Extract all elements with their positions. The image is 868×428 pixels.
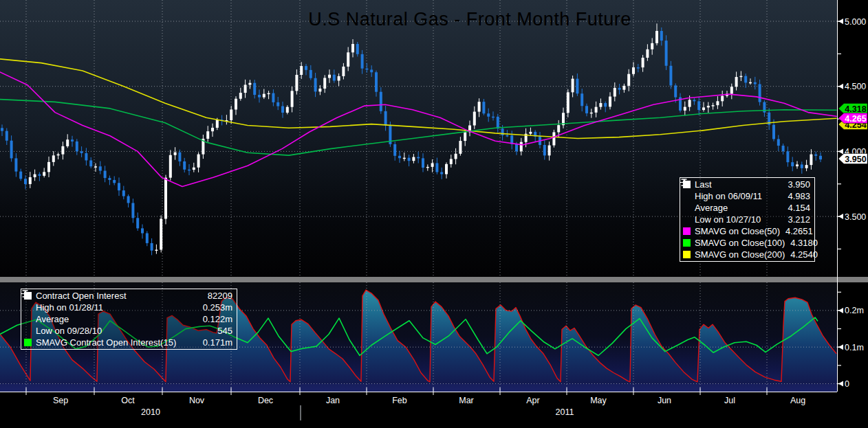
- svg-text:3.950: 3.950: [845, 155, 866, 164]
- legend-row: Contract Open Interest 82209: [24, 290, 232, 302]
- svg-text:Dec: Dec: [258, 396, 273, 405]
- legend-value: 0.171m: [197, 337, 232, 348]
- svg-text:Oct: Oct: [121, 396, 135, 405]
- swatch-icon: [683, 238, 692, 247]
- swatch-icon: [24, 338, 33, 347]
- svg-text:4.265: 4.265: [845, 114, 866, 124]
- avg-marker-icon: [683, 203, 692, 212]
- svg-text:4.500: 4.500: [845, 82, 866, 91]
- legend-value: 545: [212, 325, 232, 337]
- legend-row: High on 01/28/11 0.253m: [24, 302, 232, 313]
- svg-text:Mar: Mar: [459, 396, 474, 405]
- legend-value: 4.154: [782, 202, 810, 214]
- legend-label: Contract Open Interest: [36, 290, 127, 302]
- legend-value: 4.3180: [785, 237, 818, 249]
- price-legend-box[interactable]: Last 3.950 High on 06/09/11 4.983 Averag…: [680, 177, 815, 262]
- legend-value: 0.253m: [197, 302, 232, 313]
- legend-value: 4.2651: [780, 225, 813, 237]
- low-marker-icon: [24, 326, 33, 335]
- legend-row: Average 0.122m: [24, 313, 232, 325]
- svg-text:Nov: Nov: [189, 396, 205, 405]
- swatch-icon: [683, 250, 692, 259]
- legend-label: Average: [695, 202, 728, 214]
- terminal-chart-window: 5.0004.5004.0003.5000.2m0.1m04.2544.3184…: [0, 0, 868, 428]
- svg-text:Jan: Jan: [326, 396, 340, 405]
- svg-text:5.000: 5.000: [845, 17, 866, 27]
- legend-label: SMAVG on Close(50): [695, 225, 780, 237]
- legend-row: SMAVG on Close(200) 4.2540: [683, 249, 810, 260]
- svg-text:0.1m: 0.1m: [845, 343, 864, 352]
- svg-text:Jun: Jun: [658, 396, 671, 405]
- legend-label: SMAVG on Close(200): [695, 249, 785, 260]
- legend-label: Low on 10/27/10: [695, 214, 761, 225]
- legend-row: Low on 10/27/10 3.212: [683, 214, 810, 225]
- svg-text:4.318: 4.318: [845, 104, 866, 114]
- legend-label: Last: [695, 179, 712, 190]
- legend-row: SMAVG on Close(100) 4.3180: [683, 237, 810, 249]
- legend-label: SMAVG Contract Open Interest(15): [36, 337, 176, 348]
- legend-label: SMAVG on Close(100): [695, 237, 785, 249]
- page-title: U.S Natural Gas - Front Month Future: [308, 9, 631, 30]
- legend-label: Low on 09/28/10: [36, 325, 102, 337]
- legend-value: 3.212: [782, 214, 810, 225]
- svg-text:Sep: Sep: [53, 396, 68, 405]
- svg-text:May: May: [590, 396, 607, 405]
- legend-value: 0.122m: [197, 313, 232, 325]
- legend-label: Average: [36, 313, 69, 325]
- legend-label: High on 06/09/11: [695, 190, 762, 202]
- high-marker-icon: [24, 303, 33, 312]
- svg-text:Aug: Aug: [790, 396, 805, 405]
- open-interest-legend-box[interactable]: Contract Open Interest 82209 High on 01/…: [21, 289, 237, 350]
- legend-label: High on 01/28/11: [36, 302, 103, 313]
- legend-row: SMAVG on Close(50) 4.2651: [683, 225, 810, 237]
- legend-value: 3.950: [782, 179, 810, 190]
- legend-row: Average 4.154: [683, 202, 810, 214]
- svg-text:Jul: Jul: [724, 396, 735, 405]
- svg-text:3.500: 3.500: [845, 212, 866, 222]
- svg-text:Feb: Feb: [392, 396, 407, 405]
- legend-value: 82209: [202, 290, 232, 302]
- svg-text:0: 0: [845, 379, 849, 389]
- legend-value: 4.983: [782, 190, 810, 202]
- legend-row: Low on 09/28/10 545: [24, 325, 232, 337]
- low-marker-icon: [683, 215, 692, 224]
- legend-value: 4.2540: [785, 249, 818, 260]
- panel-divider[interactable]: [0, 277, 868, 282]
- svg-text:Apr: Apr: [526, 396, 539, 405]
- swatch-icon: [683, 227, 692, 236]
- legend-row: High on 06/09/11 4.983: [683, 190, 810, 202]
- legend-row: Last 3.950: [683, 179, 810, 190]
- svg-text:2010: 2010: [141, 407, 160, 417]
- svg-text:0.2m: 0.2m: [845, 306, 864, 315]
- legend-row: SMAVG Contract Open Interest(15) 0.171m: [24, 337, 232, 348]
- avg-marker-icon: [24, 315, 33, 324]
- svg-text:2011: 2011: [556, 407, 574, 417]
- high-marker-icon: [683, 192, 692, 201]
